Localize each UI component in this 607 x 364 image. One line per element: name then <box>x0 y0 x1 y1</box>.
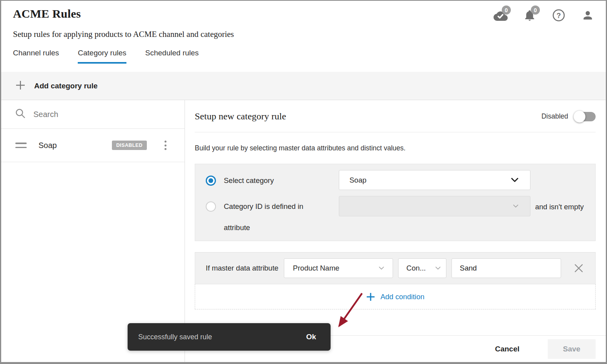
toast-notification: Successfully saved rule Ok <box>128 323 331 351</box>
svg-text:?: ? <box>557 12 561 20</box>
isnt-empty-label: and isn't empty <box>535 203 584 211</box>
condition-attribute-select[interactable]: Product Name <box>284 258 393 278</box>
add-category-rule-button[interactable]: Add category rule <box>1 72 606 100</box>
toggle-knob <box>574 111 585 123</box>
rule-menu-kebab-icon[interactable] <box>163 139 168 152</box>
category-select[interactable]: Soap <box>339 170 530 190</box>
drag-handle-icon[interactable] <box>15 143 27 148</box>
tab-bar: Channel rules Category rules Scheduled r… <box>13 49 594 64</box>
condition-value-input[interactable] <box>452 258 561 278</box>
sync-badge: 0 <box>502 5 511 15</box>
help-icon[interactable]: ? <box>551 8 566 23</box>
condition-prefix-label: If master data attribute <box>206 264 278 273</box>
plus-icon <box>366 292 375 302</box>
profile-icon[interactable] <box>580 8 595 23</box>
radio-category-id-attribute[interactable] <box>206 201 216 212</box>
tab-category-rules[interactable]: Category rules <box>78 49 126 64</box>
notifications-badge: 0 <box>531 5 540 15</box>
tab-scheduled-rules[interactable]: Scheduled rules <box>145 49 199 64</box>
disabled-toggle-label: Disabled <box>541 112 568 121</box>
tab-channel-rules[interactable]: Channel rules <box>13 49 59 64</box>
add-condition-button[interactable]: Add condition <box>195 284 596 309</box>
sync-cloud-check-icon[interactable]: 0 <box>493 8 508 23</box>
editor-description: Build your rule by selecting master data… <box>195 144 596 152</box>
divider <box>195 132 596 132</box>
rules-sidebar: Soap DISABLED <box>1 100 185 362</box>
add-condition-label: Add condition <box>380 293 424 301</box>
toast-message: Successfully saved rule <box>138 333 212 341</box>
toast-ok-button[interactable]: Ok <box>306 333 316 341</box>
category-selection-card: Select category Soap Category ID is defi… <box>195 164 596 241</box>
condition-operator-select[interactable]: Con... <box>398 258 446 278</box>
search-input[interactable] <box>33 110 143 119</box>
save-button[interactable]: Save <box>548 339 596 359</box>
disabled-toggle[interactable] <box>574 112 596 121</box>
condition-operator-value: Con... <box>406 264 426 273</box>
add-category-rule-label: Add category rule <box>34 82 98 90</box>
cancel-button[interactable]: Cancel <box>495 345 519 353</box>
category-select-value: Soap <box>349 176 366 185</box>
page-subtitle: Setup rules for applying products to ACM… <box>13 29 594 39</box>
app-header: ACME Rules Setup rules for applying prod… <box>1 1 606 72</box>
chevron-down-icon <box>435 267 441 270</box>
app-window: ACME Rules Setup rules for applying prod… <box>0 0 607 364</box>
chevron-down-icon <box>511 178 518 182</box>
rule-editor-panel: Setup new category rule Disabled Build y… <box>185 100 606 362</box>
rule-name: Soap <box>38 141 57 150</box>
editor-title: Setup new category rule <box>195 111 286 122</box>
attribute-select[interactable] <box>339 196 530 216</box>
plus-icon <box>15 80 26 92</box>
notifications-bell-icon[interactable]: 0 <box>522 8 537 23</box>
condition-attribute-value: Product Name <box>293 264 339 273</box>
header-icon-bar: 0 0 ? <box>493 8 595 23</box>
status-badge: DISABLED <box>112 141 147 150</box>
search-icon <box>15 108 26 120</box>
radio-select-category-label: Select category <box>224 176 274 185</box>
chevron-down-icon <box>513 205 518 208</box>
radio-category-id-attribute-label: Category ID is defined in attribute <box>224 196 312 238</box>
search-bar <box>1 100 185 129</box>
remove-condition-icon[interactable] <box>574 263 583 273</box>
condition-row: If master data attribute Product Name Co… <box>195 252 596 284</box>
radio-select-category[interactable] <box>206 176 216 186</box>
chevron-down-icon <box>379 267 384 270</box>
rule-list-item-soap[interactable]: Soap DISABLED <box>1 129 185 162</box>
